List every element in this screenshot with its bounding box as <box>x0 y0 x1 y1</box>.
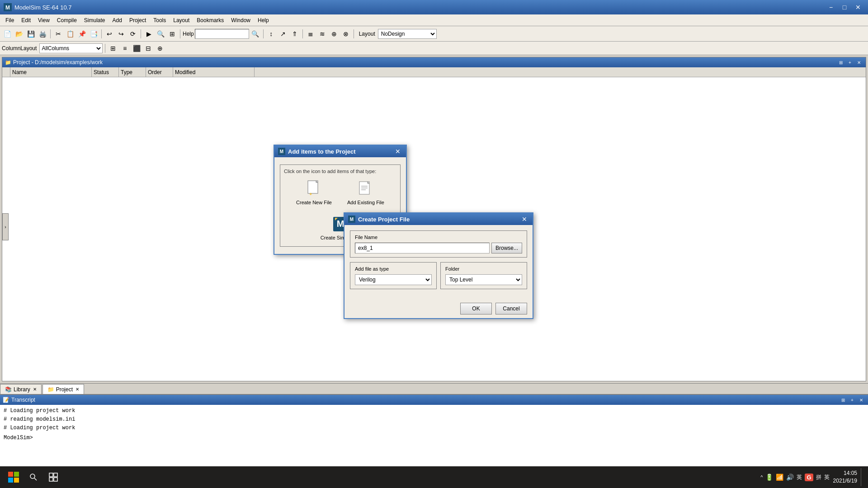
file-type-folder-row: Add file as type Verilog VHDL SystemVeri… <box>350 262 527 294</box>
cancel-button[interactable]: Cancel <box>495 303 527 314</box>
file-name-input[interactable] <box>355 243 490 253</box>
add-items-icon: M <box>278 148 285 155</box>
file-name-label: File Name <box>355 235 522 240</box>
add-items-close-btn[interactable]: ✕ <box>393 147 402 156</box>
ok-button[interactable]: OK <box>460 303 492 314</box>
svg-text:✦: ✦ <box>309 192 312 197</box>
existing-file-icon <box>357 180 375 198</box>
svg-rect-27 <box>54 473 57 477</box>
svg-text:M: M <box>336 219 344 229</box>
svg-rect-26 <box>49 473 53 477</box>
dialog-button-row: OK Cancel <box>344 299 533 318</box>
create-file-title-bar: M Create Project File ✕ <box>344 213 533 225</box>
svg-point-24 <box>30 474 35 479</box>
file-name-group: File Name Browse... <box>350 230 527 258</box>
svg-rect-22 <box>8 478 13 483</box>
start-button[interactable] <box>4 467 24 487</box>
file-type-select[interactable]: Verilog VHDL SystemVerilog Other <box>355 274 432 285</box>
add-items-instruction: Click on the icon to add items of that t… <box>284 169 396 174</box>
sys-tray-g[interactable]: G <box>805 474 813 481</box>
create-project-file-dialog: M Create Project File ✕ File Name Browse… <box>344 212 533 319</box>
clock-time: 14:05 <box>833 469 857 477</box>
taskbar: ^ 🔋 📶 🔊 英 G 拼 英 14:05 2021/6/19 <box>0 466 868 488</box>
sys-tray-network[interactable]: 📶 <box>776 474 783 481</box>
create-new-file-label: Create New File <box>296 200 332 205</box>
file-type-group: Add file as type Verilog VHDL SystemVeri… <box>350 262 437 289</box>
add-items-title-bar: M Add items to the Project ✕ <box>274 145 406 157</box>
add-existing-file-btn[interactable]: Add Existing File <box>343 178 388 207</box>
clock-date: 2021/6/19 <box>833 477 857 485</box>
folder-col: Folder Top Level <box>440 262 527 294</box>
create-file-content: File Name Browse... Add file as type Ver… <box>344 225 533 299</box>
sys-tray-chevron[interactable]: ^ <box>760 474 763 480</box>
new-file-icon: ✦ <box>305 180 323 198</box>
svg-text:M: M <box>350 217 354 222</box>
sys-tray-volume[interactable]: 🔊 <box>786 474 794 481</box>
sys-tray-battery[interactable]: 🔋 <box>765 474 773 481</box>
add-items-icon-grid: ✦ Create New File <box>284 178 396 207</box>
show-desktop-btn[interactable] <box>861 468 864 486</box>
add-items-title-text: Add items to the Project <box>288 148 393 155</box>
create-file-close-btn[interactable]: ✕ <box>520 215 529 224</box>
folder-select[interactable]: Top Level <box>445 274 522 285</box>
add-existing-file-label: Add Existing File <box>347 200 384 205</box>
file-type-col: Add file as type Verilog VHDL SystemVeri… <box>350 262 437 294</box>
sys-tray-eng[interactable]: 英 <box>824 474 830 481</box>
taskbar-search-btn[interactable] <box>25 469 42 485</box>
file-name-input-row: Browse... <box>355 243 522 253</box>
sys-tray-lang[interactable]: 英 <box>797 474 802 481</box>
svg-rect-20 <box>8 472 13 477</box>
create-new-file-btn[interactable]: ✦ Create New File <box>292 178 336 207</box>
taskbar-task-view[interactable] <box>43 467 63 487</box>
sys-tray-pinyin[interactable]: 拼 <box>816 474 821 481</box>
sys-tray: ^ 🔋 📶 🔊 英 G 拼 英 <box>760 474 829 481</box>
svg-rect-21 <box>14 472 19 477</box>
svg-rect-28 <box>49 478 53 481</box>
create-file-title-text: Create Project File <box>358 216 520 223</box>
taskbar-right: ^ 🔋 📶 🔊 英 G 拼 英 14:05 2021/6/19 <box>760 468 864 486</box>
svg-rect-23 <box>14 478 19 483</box>
folder-group: Folder Top Level <box>440 262 527 289</box>
file-type-label: Add file as type <box>355 266 432 272</box>
create-file-icon: M <box>348 216 355 223</box>
browse-button[interactable]: Browse... <box>491 243 522 253</box>
modal-overlay: M Add items to the Project ✕ Click on th… <box>0 0 868 488</box>
clock[interactable]: 14:05 2021/6/19 <box>833 469 857 485</box>
svg-rect-29 <box>54 478 57 481</box>
folder-label: Folder <box>445 266 522 272</box>
svg-line-25 <box>34 478 37 480</box>
svg-text:M: M <box>280 149 283 154</box>
